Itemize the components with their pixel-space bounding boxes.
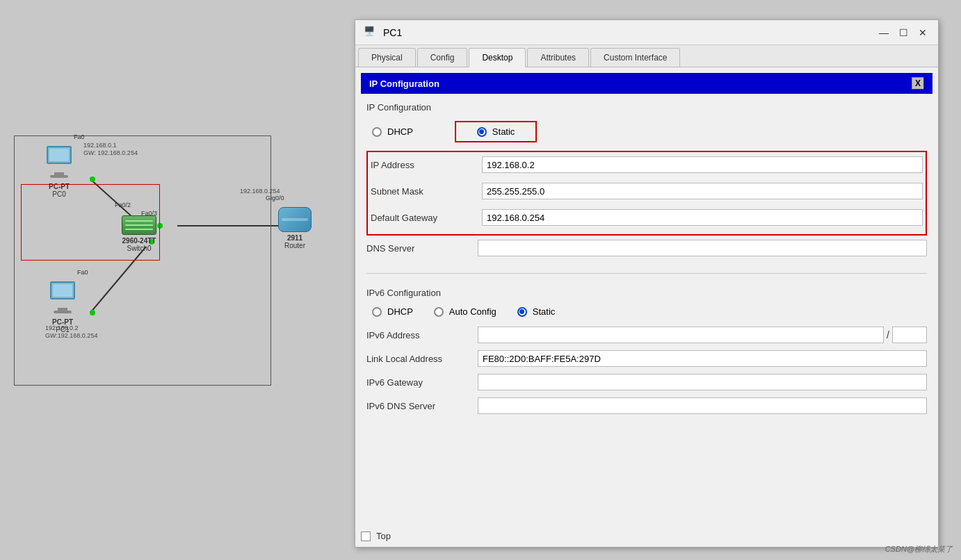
- ipv6-dhcp-label: DHCP: [387, 306, 413, 317]
- ipv6-prefix-input[interactable]: [892, 327, 927, 343]
- ipv6-section-title: IPv6 Configuration: [366, 285, 927, 301]
- dns-server-input[interactable]: [478, 240, 927, 256]
- pc1-gw-label: GW:192.168.0.254: [45, 332, 97, 339]
- network-canvas: PC-PT PC0 Fa0 192.168.0.1 GW: 192.168.0.…: [0, 0, 355, 560]
- tab-config[interactable]: Config: [417, 48, 468, 67]
- ipv6-address-fields: /: [478, 327, 927, 343]
- ipv6-dns-input[interactable]: [478, 397, 927, 414]
- ipv4-dhcp-label: DHCP: [387, 126, 413, 137]
- pc0-interface-label: Fa0: [74, 133, 85, 140]
- pc1-group: PC-PT PC1 Fa0 192.168.0.2 GW:192.168.0.2…: [45, 281, 80, 333]
- ipv6-address-input[interactable]: [478, 327, 884, 343]
- ipv6-static-label: Static: [533, 306, 556, 317]
- ipv6-slash: /: [887, 329, 889, 340]
- window-app-icon: 🖥️: [364, 26, 378, 40]
- panel-close-button[interactable]: X: [912, 77, 924, 90]
- ipv6-dhcp-option[interactable]: DHCP: [372, 306, 413, 317]
- maximize-button[interactable]: ☐: [896, 26, 910, 40]
- ipv4-dhcp-option[interactable]: DHCP: [372, 126, 413, 137]
- ipv6-auto-option[interactable]: Auto Config: [434, 306, 496, 317]
- default-gateway-input[interactable]: [482, 209, 923, 226]
- ipv6-static-option[interactable]: Static: [517, 306, 556, 317]
- ipv4-static-radio[interactable]: [477, 127, 487, 137]
- tabs-bar: Physical Config Desktop Attributes Custo…: [355, 45, 938, 67]
- default-gateway-row: Default Gateway: [371, 208, 923, 227]
- tab-custom-interface[interactable]: Custom Interface: [590, 48, 680, 67]
- ipv4-dhcp-radio[interactable]: [372, 127, 382, 137]
- ipv4-section-title: IP Configuration: [366, 99, 927, 115]
- ipv6-auto-radio[interactable]: [434, 307, 444, 317]
- switch0-type-label: 2960-24TT: [122, 237, 156, 245]
- ipv6-address-row: IPv6 Address /: [366, 325, 927, 345]
- content-area: IP Configuration X IP Configuration DHCP…: [355, 73, 938, 425]
- panel-header: IP Configuration X: [361, 73, 932, 94]
- window-controls: — ☐ ✕: [877, 26, 930, 40]
- ipv4-radio-row: DHCP Static: [366, 121, 927, 142]
- ip-address-row: IP Address: [371, 155, 923, 174]
- window-title: PC1: [383, 27, 877, 38]
- switch-fa02-label: Fa0/2: [115, 201, 131, 208]
- pc1-ip-label: 192.168.0.2: [45, 324, 79, 331]
- tab-desktop[interactable]: Desktop: [469, 48, 526, 67]
- ipv6-gateway-input[interactable]: [478, 374, 927, 390]
- tab-attributes[interactable]: Attributes: [527, 48, 589, 67]
- switch-fa03-label: Fa0/3: [141, 210, 157, 217]
- pc1-interface-label: Fa0: [77, 269, 88, 276]
- subnet-mask-input[interactable]: [482, 183, 923, 199]
- ipv6-radio-row: DHCP Auto Config Static: [366, 306, 927, 317]
- ipv6-dns-label: IPv6 DNS Server: [366, 401, 478, 411]
- subnet-mask-label: Subnet Mask: [371, 186, 482, 197]
- router-type-label: 2911: [278, 234, 312, 242]
- router-ip-label: 192.168.0.254: [240, 188, 280, 195]
- ipv6-auto-label: Auto Config: [449, 306, 496, 317]
- dns-server-row: DNS Server: [366, 238, 927, 258]
- ipv6-gateway-row: IPv6 Gateway: [366, 372, 927, 392]
- pc0-gw-label: GW: 192.168.0.254: [83, 149, 138, 156]
- ip-address-input[interactable]: [482, 156, 923, 173]
- top-checkbox[interactable]: [361, 532, 371, 541]
- link-local-input[interactable]: [478, 350, 927, 367]
- subnet-mask-row: Subnet Mask: [371, 181, 923, 201]
- ipv6-dhcp-radio[interactable]: [372, 307, 382, 317]
- router-gig-label: Gig0/0: [266, 195, 284, 201]
- default-gateway-label: Default Gateway: [371, 213, 482, 223]
- bottom-bar: Top: [361, 531, 391, 541]
- dns-server-label: DNS Server: [366, 243, 478, 254]
- ipv6-dns-row: IPv6 DNS Server: [366, 396, 927, 415]
- ip-address-label: IP Address: [371, 160, 482, 170]
- ipv4-static-radio-dot: [479, 129, 484, 134]
- top-label: Top: [376, 531, 391, 541]
- router-name-label: Router: [278, 242, 312, 249]
- panel-title: IP Configuration: [369, 79, 439, 89]
- window-close-button[interactable]: ✕: [916, 26, 930, 40]
- ipv6-static-radio[interactable]: [517, 307, 527, 317]
- switch0-group: 2960-24TT Switch0 Fa0/2 Fa0/3: [122, 215, 156, 252]
- link-local-label: Link Local Address: [366, 354, 478, 364]
- ipv6-address-label: IPv6 Address: [366, 330, 478, 340]
- ipv6-config-section: IPv6 Configuration DHCP Auto Config Stat…: [355, 279, 938, 425]
- ipv6-gateway-label: IPv6 Gateway: [366, 377, 478, 388]
- static-fields-box: IP Address Subnet Mask Default Gateway: [366, 151, 927, 236]
- pc0-ip-label: 192.168.0.1: [83, 142, 117, 149]
- ipv6-static-radio-dot: [519, 309, 524, 314]
- ipv4-static-label: Static: [492, 126, 515, 137]
- tab-physical[interactable]: Physical: [358, 48, 416, 67]
- ipv4-static-option[interactable]: Static: [455, 121, 538, 142]
- router-group: 2911 Router Gig0/0 192.168.0.254: [278, 207, 312, 249]
- minimize-button[interactable]: —: [877, 26, 891, 40]
- switch0-name-label: Switch0: [122, 245, 156, 252]
- section-separator: [366, 273, 927, 274]
- pc1-window: 🖥️ PC1 — ☐ ✕ Physical Config Desktop Att…: [355, 19, 939, 547]
- link-local-row: Link Local Address: [366, 349, 927, 368]
- watermark: CSDN@柳绵太菜了: [885, 544, 953, 554]
- window-titlebar: 🖥️ PC1 — ☐ ✕: [355, 20, 938, 45]
- ipv4-config-section: IP Configuration DHCP Static: [355, 94, 938, 267]
